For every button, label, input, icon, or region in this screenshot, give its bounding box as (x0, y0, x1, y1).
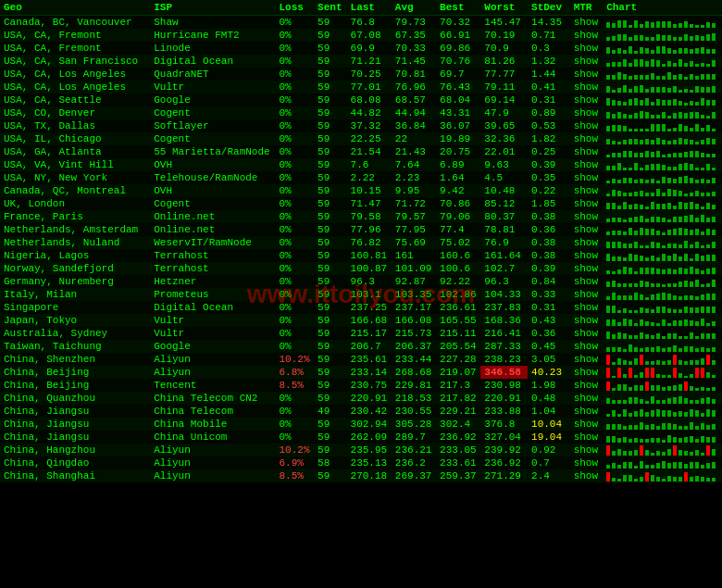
cell-loss: 0% (276, 405, 315, 418)
mtr-link[interactable]: show (570, 42, 603, 55)
mtr-link[interactable]: show (570, 119, 603, 132)
mtr-link[interactable]: show (570, 418, 603, 431)
chart-cell (603, 275, 722, 288)
mtr-link[interactable]: show (570, 210, 603, 223)
cell-avg: 269.37 (392, 469, 436, 482)
chart-bars (606, 30, 718, 41)
mtr-link[interactable]: show (570, 145, 603, 158)
cell-loss: 0% (276, 145, 315, 158)
cell-isp: Cogent (150, 132, 275, 145)
cell-stdev: 1.44 (528, 68, 570, 81)
mtr-link[interactable]: show (570, 262, 603, 275)
cell-last: 79.58 (347, 210, 392, 223)
mtr-link[interactable]: show (570, 68, 603, 81)
cell-geo: USA, CO, Denver (0, 106, 150, 119)
chart-bars (606, 367, 718, 378)
cell-last: 77.96 (347, 223, 392, 236)
cell-loss: 0% (276, 431, 315, 444)
cell-isp: China Mobile (150, 418, 275, 431)
mtr-link[interactable]: show (570, 249, 603, 262)
mtr-link[interactable]: show (570, 353, 603, 366)
cell-geo: Italy, Milan (0, 288, 150, 301)
cell-last: 262.09 (347, 431, 392, 444)
mtr-link[interactable]: show (570, 405, 603, 418)
cell-last: 235.61 (347, 353, 392, 366)
mtr-link[interactable]: show (570, 55, 603, 68)
cell-best: 165.55 (436, 314, 480, 327)
cell-sent: 59 (314, 210, 346, 223)
table-row: Netherlands, NulandWeservIT/RamNode0%597… (0, 236, 722, 249)
mtr-link[interactable]: show (570, 158, 603, 171)
cell-stdev: 0.31 (528, 301, 570, 314)
cell-loss: 0% (276, 106, 315, 119)
mtr-link[interactable]: show (570, 431, 603, 444)
table-row: USA, CA, Los AngelesQuadraNET0%5970.2570… (0, 68, 722, 81)
table-row: Netherlands, AmsterdamOnline.net0%5977.9… (0, 223, 722, 236)
mtr-link[interactable]: show (570, 223, 603, 236)
mtr-link[interactable]: show (570, 236, 603, 249)
mtr-link[interactable]: show (570, 469, 603, 482)
mtr-link[interactable]: show (570, 366, 603, 379)
chart-bars (606, 120, 718, 131)
mtr-link[interactable]: show (570, 29, 603, 42)
cell-sent: 59 (314, 444, 346, 457)
cell-worst: 376.8 (480, 418, 528, 431)
mtr-link[interactable]: show (570, 340, 603, 353)
chart-cell (603, 223, 722, 236)
table-row: China, BeijingTencent8.5%59230.75229.812… (0, 379, 722, 392)
mtr-link[interactable]: show (570, 444, 603, 457)
chart-cell (603, 444, 722, 457)
table-row: Italy, MilanPrometeus0%59103.1103.35102.… (0, 288, 722, 301)
table-row: China, BeijingAliyun6.8%59233.14268.6821… (0, 366, 722, 379)
table-row: USA, TX, DallasSoftlayer0%5937.3236.8436… (0, 119, 722, 132)
chart-cell (603, 16, 722, 30)
mtr-link[interactable]: show (570, 106, 603, 119)
cell-geo: China, Hangzhou (0, 444, 150, 457)
cell-last: 22.25 (347, 132, 392, 145)
mtr-link[interactable]: show (570, 184, 603, 197)
cell-worst: 168.36 (480, 314, 528, 327)
mtr-link[interactable]: show (570, 301, 603, 314)
table-row: Canada, QC, MontrealOVH0%5910.159.959.42… (0, 184, 722, 197)
mtr-link[interactable]: show (570, 16, 603, 30)
cell-isp: Tencent (150, 379, 275, 392)
cell-avg: 233.44 (392, 353, 436, 366)
mtr-link[interactable]: show (570, 327, 603, 340)
mtr-link[interactable]: show (570, 379, 603, 392)
cell-geo: USA, CA, Fremont (0, 29, 150, 42)
table-row: SingaporeDigital Ocean0%59237.25237.1723… (0, 301, 722, 314)
cell-best: 205.54 (436, 340, 480, 353)
cell-avg: 9.95 (392, 184, 436, 197)
cell-best: 70.32 (436, 16, 480, 30)
cell-avg: 236.21 (392, 444, 436, 457)
cell-sent: 58 (314, 457, 346, 469)
mtr-link[interactable]: show (570, 392, 603, 405)
mtr-link[interactable]: show (570, 81, 603, 94)
mtr-link[interactable]: show (570, 94, 603, 106)
cell-sent: 59 (314, 353, 346, 366)
cell-sent: 59 (314, 469, 346, 482)
cell-isp: OVH (150, 184, 275, 197)
cell-geo: Netherlands, Amsterdam (0, 223, 150, 236)
cell-stdev: 0.7 (528, 457, 570, 469)
cell-avg: 77.95 (392, 223, 436, 236)
mtr-link[interactable]: show (570, 457, 603, 469)
cell-avg: 7.64 (392, 158, 436, 171)
mtr-link[interactable]: show (570, 132, 603, 145)
mtr-link[interactable]: show (570, 288, 603, 301)
cell-avg: 2.23 (392, 171, 436, 184)
table-row: China, QuanzhouChina Telecom CN20%59220.… (0, 392, 722, 405)
chart-bars (606, 185, 718, 196)
mtr-link[interactable]: show (570, 171, 603, 184)
cell-isp: Aliyun (150, 353, 275, 366)
cell-best: 9.42 (436, 184, 480, 197)
mtr-link[interactable]: show (570, 314, 603, 327)
table-row: UK, LondonCogent0%5971.4771.7270.8685.12… (0, 197, 722, 210)
chart-bars (606, 354, 718, 365)
table-row: USA, VA, Vint HillOVH0%597.67.646.899.63… (0, 158, 722, 171)
mtr-link[interactable]: show (570, 275, 603, 288)
cell-stdev: 1.04 (528, 405, 570, 418)
mtr-link[interactable]: show (570, 197, 603, 210)
cell-last: 235.13 (347, 457, 392, 469)
header-last: Last (347, 0, 392, 16)
